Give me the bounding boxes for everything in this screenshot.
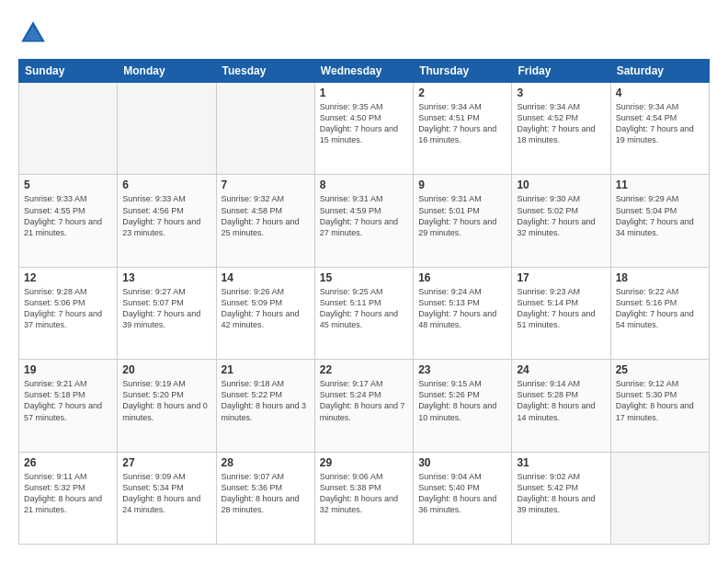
- day-number: 12: [24, 271, 112, 284]
- day-cell: 30Sunrise: 9:04 AMSunset: 5:40 PMDayligh…: [414, 452, 512, 544]
- day-number: 2: [418, 86, 506, 99]
- day-info: Sunrise: 9:09 AMSunset: 5:34 PMDaylight:…: [122, 471, 210, 516]
- day-cell: 18Sunrise: 9:22 AMSunset: 5:16 PMDayligh…: [610, 267, 709, 359]
- day-info: Sunrise: 9:18 AMSunset: 5:22 PMDaylight:…: [222, 378, 310, 423]
- week-row-1: 1Sunrise: 9:35 AMSunset: 4:50 PMDaylight…: [19, 83, 710, 175]
- day-number: 17: [517, 271, 605, 284]
- day-cell: 7Sunrise: 9:32 AMSunset: 4:58 PMDaylight…: [216, 175, 314, 267]
- day-cell: 11Sunrise: 9:29 AMSunset: 5:04 PMDayligh…: [610, 175, 709, 267]
- day-number: 21: [222, 363, 310, 376]
- day-cell: [19, 83, 118, 175]
- day-number: 30: [418, 456, 506, 469]
- day-number: 27: [122, 456, 210, 469]
- day-info: Sunrise: 9:11 AMSunset: 5:32 PMDaylight:…: [24, 471, 112, 516]
- day-number: 25: [616, 363, 704, 376]
- day-number: 9: [418, 178, 506, 191]
- day-number: 7: [222, 178, 310, 191]
- day-cell: 23Sunrise: 9:15 AMSunset: 5:26 PMDayligh…: [414, 360, 512, 452]
- day-info: Sunrise: 9:34 AMSunset: 4:51 PMDaylight:…: [418, 101, 506, 146]
- day-info: Sunrise: 9:32 AMSunset: 4:58 PMDaylight:…: [222, 193, 310, 238]
- day-info: Sunrise: 9:31 AMSunset: 5:01 PMDaylight:…: [418, 193, 506, 238]
- day-number: 26: [24, 456, 112, 469]
- day-info: Sunrise: 9:24 AMSunset: 5:13 PMDaylight:…: [418, 286, 506, 331]
- weekday-header-thursday: Thursday: [414, 60, 512, 83]
- day-info: Sunrise: 9:22 AMSunset: 5:16 PMDaylight:…: [616, 286, 704, 331]
- day-info: Sunrise: 9:19 AMSunset: 5:20 PMDaylight:…: [122, 378, 210, 423]
- day-number: 29: [320, 456, 408, 469]
- day-number: 28: [222, 456, 310, 469]
- day-cell: 3Sunrise: 9:34 AMSunset: 4:52 PMDaylight…: [512, 83, 610, 175]
- day-number: 16: [418, 271, 506, 284]
- day-info: Sunrise: 9:23 AMSunset: 5:14 PMDaylight:…: [517, 286, 605, 331]
- day-cell: 5Sunrise: 9:33 AMSunset: 4:55 PMDaylight…: [19, 175, 118, 267]
- day-number: 15: [320, 271, 408, 284]
- day-cell: 6Sunrise: 9:33 AMSunset: 4:56 PMDaylight…: [118, 175, 216, 267]
- logo: [18, 18, 53, 48]
- day-number: 4: [616, 86, 704, 99]
- day-cell: 9Sunrise: 9:31 AMSunset: 5:01 PMDaylight…: [414, 175, 512, 267]
- day-cell: 10Sunrise: 9:30 AMSunset: 5:02 PMDayligh…: [512, 175, 610, 267]
- day-cell: 28Sunrise: 9:07 AMSunset: 5:36 PMDayligh…: [216, 452, 314, 544]
- day-number: 11: [616, 178, 704, 191]
- day-cell: 8Sunrise: 9:31 AMSunset: 4:59 PMDaylight…: [314, 175, 413, 267]
- header: [18, 18, 710, 48]
- day-number: 22: [320, 363, 408, 376]
- day-info: Sunrise: 9:34 AMSunset: 4:52 PMDaylight:…: [517, 101, 605, 146]
- day-number: 8: [320, 178, 408, 191]
- day-number: 31: [517, 456, 605, 469]
- day-info: Sunrise: 9:33 AMSunset: 4:55 PMDaylight:…: [24, 193, 112, 238]
- day-number: 24: [517, 363, 605, 376]
- day-number: 6: [122, 178, 210, 191]
- day-info: Sunrise: 9:31 AMSunset: 4:59 PMDaylight:…: [320, 193, 408, 238]
- day-info: Sunrise: 9:33 AMSunset: 4:56 PMDaylight:…: [122, 193, 210, 238]
- day-cell: [118, 83, 216, 175]
- day-info: Sunrise: 9:34 AMSunset: 4:54 PMDaylight:…: [616, 101, 704, 146]
- page: SundayMondayTuesdayWednesdayThursdayFrid…: [0, 0, 728, 563]
- day-number: 10: [517, 178, 605, 191]
- day-info: Sunrise: 9:28 AMSunset: 5:06 PMDaylight:…: [24, 286, 112, 331]
- weekday-header-monday: Monday: [118, 60, 216, 83]
- day-cell: 20Sunrise: 9:19 AMSunset: 5:20 PMDayligh…: [118, 360, 216, 452]
- day-number: 20: [122, 363, 210, 376]
- day-cell: 22Sunrise: 9:17 AMSunset: 5:24 PMDayligh…: [314, 360, 413, 452]
- day-number: 3: [517, 86, 605, 99]
- day-info: Sunrise: 9:04 AMSunset: 5:40 PMDaylight:…: [418, 471, 506, 516]
- weekday-header-wednesday: Wednesday: [314, 60, 413, 83]
- day-info: Sunrise: 9:26 AMSunset: 5:09 PMDaylight:…: [222, 286, 310, 331]
- day-cell: 15Sunrise: 9:25 AMSunset: 5:11 PMDayligh…: [314, 267, 413, 359]
- day-info: Sunrise: 9:02 AMSunset: 5:42 PMDaylight:…: [517, 471, 605, 516]
- day-number: 18: [616, 271, 704, 284]
- day-number: 23: [418, 363, 506, 376]
- weekday-header-row: SundayMondayTuesdayWednesdayThursdayFrid…: [19, 60, 710, 83]
- day-number: 5: [24, 178, 112, 191]
- day-info: Sunrise: 9:30 AMSunset: 5:02 PMDaylight:…: [517, 193, 605, 238]
- day-info: Sunrise: 9:15 AMSunset: 5:26 PMDaylight:…: [418, 378, 506, 423]
- day-cell: 26Sunrise: 9:11 AMSunset: 5:32 PMDayligh…: [19, 452, 118, 544]
- day-cell: 12Sunrise: 9:28 AMSunset: 5:06 PMDayligh…: [19, 267, 118, 359]
- calendar-table: SundayMondayTuesdayWednesdayThursdayFrid…: [18, 59, 710, 545]
- week-row-3: 12Sunrise: 9:28 AMSunset: 5:06 PMDayligh…: [19, 267, 710, 359]
- weekday-header-friday: Friday: [512, 60, 610, 83]
- day-cell: 1Sunrise: 9:35 AMSunset: 4:50 PMDaylight…: [314, 83, 413, 175]
- day-number: 14: [222, 271, 310, 284]
- day-info: Sunrise: 9:14 AMSunset: 5:28 PMDaylight:…: [517, 378, 605, 423]
- day-info: Sunrise: 9:07 AMSunset: 5:36 PMDaylight:…: [222, 471, 310, 516]
- day-cell: 25Sunrise: 9:12 AMSunset: 5:30 PMDayligh…: [610, 360, 709, 452]
- day-cell: [610, 452, 709, 544]
- week-row-2: 5Sunrise: 9:33 AMSunset: 4:55 PMDaylight…: [19, 175, 710, 267]
- day-cell: 2Sunrise: 9:34 AMSunset: 4:51 PMDaylight…: [414, 83, 512, 175]
- day-cell: 14Sunrise: 9:26 AMSunset: 5:09 PMDayligh…: [216, 267, 314, 359]
- day-cell: 27Sunrise: 9:09 AMSunset: 5:34 PMDayligh…: [118, 452, 216, 544]
- day-info: Sunrise: 9:29 AMSunset: 5:04 PMDaylight:…: [616, 193, 704, 238]
- day-info: Sunrise: 9:35 AMSunset: 4:50 PMDaylight:…: [320, 101, 408, 146]
- day-info: Sunrise: 9:06 AMSunset: 5:38 PMDaylight:…: [320, 471, 408, 516]
- weekday-header-saturday: Saturday: [610, 60, 709, 83]
- day-cell: [216, 83, 314, 175]
- week-row-4: 19Sunrise: 9:21 AMSunset: 5:18 PMDayligh…: [19, 360, 710, 452]
- weekday-header-tuesday: Tuesday: [216, 60, 314, 83]
- day-cell: 17Sunrise: 9:23 AMSunset: 5:14 PMDayligh…: [512, 267, 610, 359]
- day-cell: 31Sunrise: 9:02 AMSunset: 5:42 PMDayligh…: [512, 452, 610, 544]
- day-cell: 4Sunrise: 9:34 AMSunset: 4:54 PMDaylight…: [610, 83, 709, 175]
- day-number: 13: [122, 271, 210, 284]
- logo-icon: [18, 18, 48, 48]
